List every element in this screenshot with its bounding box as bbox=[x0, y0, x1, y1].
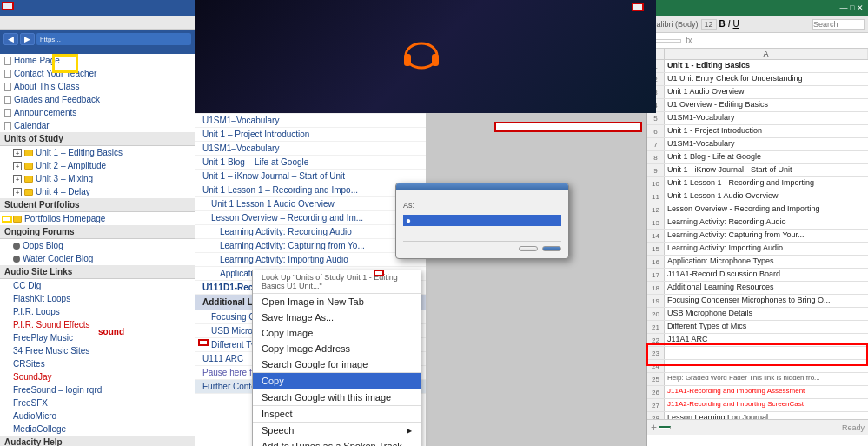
context-speech[interactable]: Speech ▶ bbox=[253, 423, 421, 438]
context-copy[interactable]: Copy bbox=[253, 373, 421, 389]
expand-icon[interactable]: + bbox=[13, 149, 22, 157]
context-copy-address[interactable]: Copy Image Address bbox=[253, 341, 421, 356]
add-sheet-button[interactable]: + bbox=[651, 422, 657, 434]
bb-url-bar[interactable]: https... bbox=[40, 36, 61, 43]
excel-cell[interactable]: Pause here for a bit. This link is hidde… bbox=[665, 347, 868, 359]
excel-cell[interactable]: Application: Microphone Types bbox=[665, 256, 868, 268]
excel-cell[interactable]: Unit 1 - Project Introduction bbox=[665, 125, 868, 137]
excel-cell[interactable]: Unit 1 Lesson 1 Audio Overview bbox=[665, 190, 868, 203]
excel-cell[interactable]: Unit 1 Audio Overview bbox=[665, 86, 868, 98]
course-item[interactable]: U1SM1–Vocabulary bbox=[195, 142, 426, 156]
course-item[interactable]: Unit 1 – iKnow Journal – Start of Unit bbox=[195, 170, 426, 183]
bb-item-homepage[interactable]: Home Page bbox=[0, 54, 195, 67]
bb-item-freesound[interactable]: FreeSound – login rqrd bbox=[0, 383, 195, 396]
excel-search-input[interactable] bbox=[812, 19, 865, 30]
course-item[interactable]: U1SM1–Vocabulary bbox=[195, 114, 426, 128]
paste-unformatted-text[interactable]: ● bbox=[403, 215, 561, 226]
context-search-google[interactable]: Search Google for image bbox=[253, 356, 421, 372]
cancel-button[interactable] bbox=[519, 246, 538, 251]
row-num: 12 bbox=[647, 203, 665, 216]
context-open-image[interactable]: Open Image in New Tab bbox=[253, 294, 421, 310]
excel-grid: 1 Unit 1 - Editing Basics 2 U1 Unit Entr… bbox=[647, 60, 868, 419]
course-item[interactable]: Lesson Overview – Recording and Im... bbox=[195, 211, 426, 225]
units-section-title: Units of Study bbox=[0, 132, 195, 146]
context-search-with-image[interactable]: Search Google with this image bbox=[253, 389, 421, 405]
bb-item-mediacollege[interactable]: MediaCollege bbox=[0, 423, 195, 436]
bb-item-freeplay[interactable]: FreePlay Music bbox=[0, 331, 195, 344]
excel-cell[interactable]: Unit 1 Lesson 1 - Recording and Importin… bbox=[665, 177, 868, 190]
bb-item-flashkit[interactable]: FlashKit Loops bbox=[0, 292, 195, 305]
course-item[interactable]: Unit 1 Blog – Life at Google bbox=[195, 156, 426, 170]
course-item[interactable]: Learning Activity: Importing Audio bbox=[195, 253, 426, 267]
row-num: 19 bbox=[647, 295, 665, 307]
excel-cell[interactable]: U1SM1-Vocabulary bbox=[665, 138, 868, 150]
excel-cell[interactable]: Focusing Condenser Microphones to Bring … bbox=[665, 295, 868, 307]
excel-cell[interactable]: Different Types of Mics bbox=[665, 321, 868, 333]
expand-icon[interactable]: + bbox=[13, 175, 22, 183]
bb-item-calendar[interactable]: Calendar bbox=[0, 119, 195, 132]
excel-cell[interactable]: Lesson Overview - Recording and Importin… bbox=[665, 203, 868, 216]
excel-cell[interactable]: USB Microphone Details bbox=[665, 308, 868, 320]
bb-item-crsites[interactable]: CRSites bbox=[0, 357, 195, 370]
bb-item-ccdig[interactable]: CC Dig bbox=[0, 279, 195, 292]
course-item[interactable]: Learning Activity: Recording Audio bbox=[195, 225, 426, 239]
excel-cell[interactable]: Learning Activity: Capturing from Your..… bbox=[665, 230, 868, 242]
bb-item-watercooler[interactable]: Water Cooler Blog bbox=[0, 252, 195, 265]
context-inspect[interactable]: Inspect bbox=[253, 406, 421, 422]
course-item[interactable]: Unit 1 Lesson 1 Audio Overview bbox=[195, 197, 426, 211]
context-add-itunes[interactable]: Add to iTunes as a Spoken Track bbox=[253, 438, 421, 446]
course-item[interactable]: Unit 1 Lesson 1 – Recording and Impo... bbox=[195, 183, 426, 197]
excel-cell[interactable]: Play on. This link is hidden from studen… bbox=[665, 360, 868, 372]
bb-item-contact[interactable]: Contact Your Teacher bbox=[0, 67, 195, 80]
row-num: 10 bbox=[647, 177, 665, 190]
excel-cell[interactable]: Help: Graded Word Fader This link is hid… bbox=[665, 373, 868, 385]
ok-button[interactable] bbox=[542, 246, 561, 251]
bb-item-34free[interactable]: 34 Free Music Sites bbox=[0, 344, 195, 357]
bb-item-freesfx[interactable]: FreeSFX bbox=[0, 396, 195, 409]
excel-cell[interactable]: Unit 1 - iKnow Journal - Start of Unit bbox=[665, 164, 868, 176]
bb-item-pir-loops[interactable]: P.I.R. Loops bbox=[0, 305, 195, 318]
excel-cell[interactable]: U1SM1-Vocabulary bbox=[665, 112, 868, 124]
excel-cell[interactable]: Lesson Learning Log Journal bbox=[665, 412, 868, 419]
excel-cell[interactable]: U1 Unit Entry Check for Understanding bbox=[665, 73, 868, 85]
context-lookup[interactable]: Look Up "Units of Study Unit 1 - Editing… bbox=[253, 270, 421, 293]
context-menu[interactable]: Look Up "Units of Study Unit 1 - Editing… bbox=[252, 270, 421, 446]
bb-item-about[interactable]: About This Class bbox=[0, 80, 195, 93]
excel-cell[interactable]: J11A1 ARC bbox=[665, 334, 868, 346]
step4-annotation bbox=[374, 270, 384, 276]
bb-item-unit4[interactable]: + Unit 4 – Delay bbox=[0, 185, 195, 198]
excel-cell[interactable]: Learning Activity: Importing Audio bbox=[665, 243, 868, 255]
excel-row: 5 U1SM1-Vocabulary bbox=[647, 112, 868, 125]
excel-cell[interactable]: Unit 1 - Editing Basics bbox=[665, 60, 868, 72]
excel-cell[interactable]: J11A1-Recording and Importing Assessment bbox=[665, 386, 868, 398]
bold-button[interactable]: B bbox=[719, 19, 726, 29]
context-save-image[interactable]: Save Image As... bbox=[253, 310, 421, 325]
bb-forward-button[interactable]: ▶ bbox=[20, 33, 35, 45]
excel-cell[interactable]: J11A1-Record Discussion Board bbox=[665, 269, 868, 281]
excel-cell[interactable]: J11A2-Recording and Importing ScreenCast bbox=[665, 399, 868, 411]
bb-item-unit2[interactable]: + Unit 2 – Amplitude bbox=[0, 159, 195, 172]
bb-item-soundjay[interactable]: SoundJay bbox=[0, 370, 195, 383]
sheet-tab-1[interactable] bbox=[659, 426, 671, 429]
excel-cell[interactable]: U1 Overview - Editing Basics bbox=[665, 99, 868, 111]
bb-item-unit3[interactable]: + Unit 3 – Mixing bbox=[0, 172, 195, 185]
bb-item-grades[interactable]: Grades and Feedback bbox=[0, 93, 195, 106]
excel-cell[interactable]: Learning Activity: Recording Audio bbox=[665, 216, 868, 229]
course-item[interactable]: Learning Activity: Capturing from Yo... bbox=[195, 239, 426, 253]
underline-button[interactable]: U bbox=[733, 19, 739, 29]
bb-item-portfolios[interactable]: Portfolios Homepage bbox=[0, 212, 195, 225]
popout-menu-highlight bbox=[52, 54, 78, 73]
bb-item-audiomicro[interactable]: AudioMicro bbox=[0, 409, 195, 423]
context-copy-image[interactable]: Copy Image bbox=[253, 325, 421, 341]
bb-item-pir-sfx[interactable]: P.I.R. Sound Effects bbox=[0, 318, 195, 331]
bb-item-unit1[interactable]: + Unit 1 – Editing Basics bbox=[0, 146, 195, 159]
course-item[interactable]: Unit 1 – Project Introduction bbox=[195, 128, 426, 142]
bb-back-button[interactable]: ◀ bbox=[3, 33, 18, 45]
expand-icon[interactable]: + bbox=[13, 188, 22, 196]
italic-button[interactable]: I bbox=[728, 19, 731, 29]
excel-cell[interactable]: Unit 1 Blog - Life at Google bbox=[665, 151, 868, 163]
bb-item-oops-blog[interactable]: Oops Blog bbox=[0, 239, 195, 252]
excel-cell[interactable]: Additional Learning Resources bbox=[665, 282, 868, 294]
expand-icon[interactable]: + bbox=[13, 162, 22, 170]
bb-item-announcements[interactable]: Announcements bbox=[0, 106, 195, 119]
